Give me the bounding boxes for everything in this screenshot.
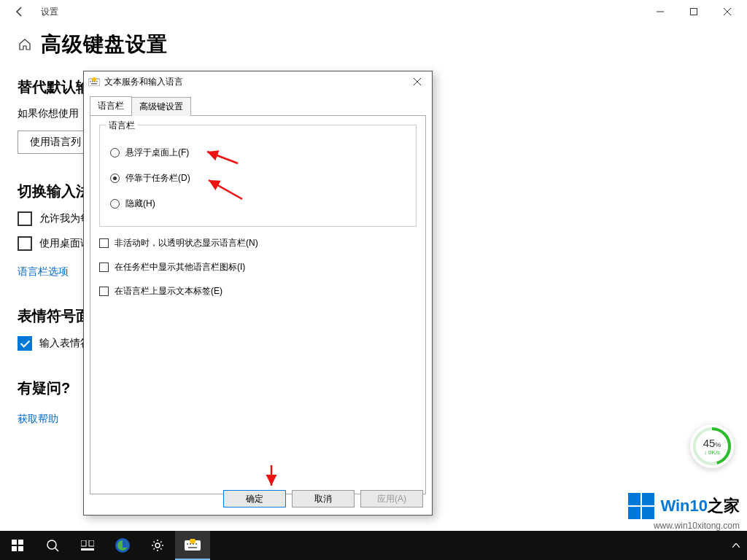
svg-rect-19 bbox=[18, 540, 23, 545]
svg-rect-8 bbox=[94, 81, 96, 82]
svg-rect-9 bbox=[96, 81, 98, 82]
svg-rect-32 bbox=[187, 543, 188, 545]
minimize-button[interactable] bbox=[643, 0, 677, 23]
windows-logo-icon bbox=[628, 493, 654, 519]
tray-overflow-button[interactable] bbox=[725, 531, 747, 560]
tab-pane: 语言栏 悬浮于桌面上(F) 停靠于任务栏(D) 隐藏(H) 非活动时，以透明状态… bbox=[90, 115, 426, 494]
taskbar bbox=[0, 531, 747, 560]
svg-point-22 bbox=[47, 540, 56, 549]
settings-taskbar-icon[interactable] bbox=[140, 531, 175, 560]
chk-transparent-inactive[interactable]: 非活动时，以透明状态显示语言栏(N) bbox=[99, 237, 417, 249]
watermark: Win10之家 www.win10xitong.com bbox=[628, 493, 740, 531]
radio-dock-label: 停靠于任务栏(D) bbox=[125, 172, 190, 184]
chk-extra-taskbar-icons[interactable]: 在任务栏中显示其他语言栏图标(I) bbox=[99, 261, 417, 273]
svg-line-23 bbox=[55, 548, 59, 552]
apply-button[interactable]: 应用(A) bbox=[360, 490, 423, 508]
window-title: 设置 bbox=[36, 6, 58, 18]
svg-rect-21 bbox=[18, 546, 23, 551]
dialog-title: 文本服务和输入语言 bbox=[104, 76, 183, 88]
search-button[interactable] bbox=[35, 531, 70, 560]
radio-hidden[interactable]: 隐藏(H) bbox=[110, 198, 406, 210]
svg-rect-10 bbox=[91, 83, 97, 85]
text-services-dialog: 文本服务和输入语言 语言栏 高级键设置 语言栏 悬浮于桌面上(F) 停靠于任务栏… bbox=[83, 71, 433, 516]
svg-rect-1 bbox=[691, 9, 697, 15]
svg-rect-33 bbox=[190, 543, 191, 545]
chk-text-labels-label: 在语言栏上显示文本标签(E) bbox=[115, 285, 222, 298]
svg-rect-35 bbox=[196, 543, 197, 545]
watermark-url: www.win10xitong.com bbox=[628, 521, 740, 531]
speed-widget[interactable]: 45% ↓ 0K/s bbox=[690, 424, 734, 468]
radio-dock-taskbar[interactable]: 停靠于任务栏(D) bbox=[110, 172, 406, 184]
group-legend: 语言栏 bbox=[106, 120, 138, 132]
svg-rect-25 bbox=[89, 540, 94, 546]
svg-rect-36 bbox=[188, 547, 197, 548]
watermark-brand: Win10之家 bbox=[660, 495, 740, 517]
close-button[interactable] bbox=[711, 0, 744, 23]
svg-rect-24 bbox=[81, 540, 86, 546]
svg-point-29 bbox=[155, 543, 160, 548]
radio-float-label: 悬浮于桌面上(F) bbox=[125, 147, 189, 159]
svg-rect-7 bbox=[92, 81, 93, 82]
ime-taskbar-icon[interactable] bbox=[175, 531, 210, 560]
svg-rect-26 bbox=[81, 548, 94, 551]
chk-transparent-label: 非活动时，以透明状态显示语言栏(N) bbox=[115, 237, 258, 249]
radio-float-desktop[interactable]: 悬浮于桌面上(F) bbox=[110, 147, 406, 159]
chk-text-labels[interactable]: 在语言栏上显示文本标签(E) bbox=[99, 285, 417, 298]
cancel-button[interactable]: 取消 bbox=[292, 490, 355, 508]
home-icon[interactable] bbox=[18, 37, 32, 52]
tab-advanced-keys[interactable]: 高级键设置 bbox=[131, 97, 191, 116]
settings-titlebar: 设置 bbox=[0, 0, 747, 23]
language-bar-group: 语言栏 悬浮于桌面上(F) 停靠于任务栏(D) 隐藏(H) bbox=[99, 125, 417, 227]
svg-rect-18 bbox=[12, 540, 17, 545]
chk-extra-icons-label: 在任务栏中显示其他语言栏图标(I) bbox=[115, 261, 245, 273]
start-button[interactable] bbox=[0, 531, 35, 560]
get-help-link[interactable]: 获取帮助 bbox=[18, 413, 58, 426]
back-button[interactable] bbox=[3, 0, 36, 23]
ok-button[interactable]: 确定 bbox=[223, 490, 286, 508]
edge-taskbar-icon[interactable] bbox=[105, 531, 140, 560]
svg-rect-34 bbox=[193, 543, 194, 545]
svg-rect-20 bbox=[12, 546, 17, 551]
page-title: 高级键盘设置 bbox=[41, 31, 168, 58]
dialog-close-button[interactable] bbox=[407, 74, 427, 89]
maximize-button[interactable] bbox=[677, 0, 711, 23]
use-language-list-button[interactable]: 使用语言列 bbox=[18, 131, 93, 154]
keyboard-icon bbox=[88, 77, 100, 86]
radio-hidden-label: 隐藏(H) bbox=[125, 198, 155, 210]
task-view-button[interactable] bbox=[70, 531, 105, 560]
svg-rect-6 bbox=[90, 81, 91, 82]
dialog-titlebar[interactable]: 文本服务和输入语言 bbox=[84, 71, 432, 92]
language-bar-options-link[interactable]: 语言栏选项 bbox=[18, 265, 69, 279]
tab-language-bar[interactable]: 语言栏 bbox=[90, 96, 132, 115]
